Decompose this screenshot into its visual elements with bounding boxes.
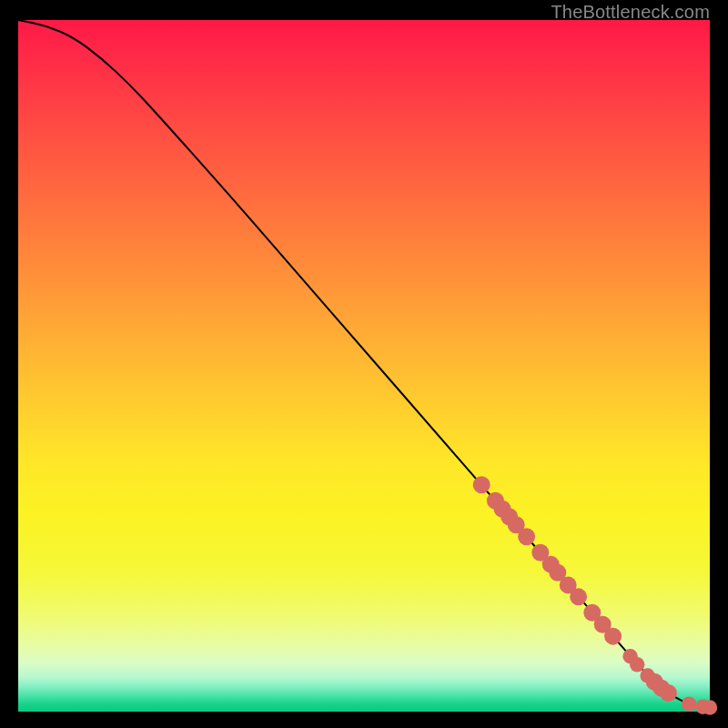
curve-line bbox=[18, 20, 710, 707]
chart-overlay-svg bbox=[18, 20, 710, 712]
plot-area bbox=[18, 20, 710, 712]
curve-marker bbox=[518, 528, 535, 545]
curve-marker bbox=[660, 684, 677, 702]
chart-frame: TheBottleneck.com bbox=[0, 0, 728, 728]
curve-marker bbox=[682, 696, 696, 711]
curve-marker bbox=[570, 588, 587, 605]
curve-marker bbox=[473, 476, 490, 493]
attribution-label: TheBottleneck.com bbox=[551, 2, 710, 23]
curve-marker bbox=[703, 700, 717, 714]
curve-marker bbox=[630, 657, 644, 672]
curve-marker bbox=[604, 628, 622, 645]
curve-markers bbox=[473, 476, 717, 714]
